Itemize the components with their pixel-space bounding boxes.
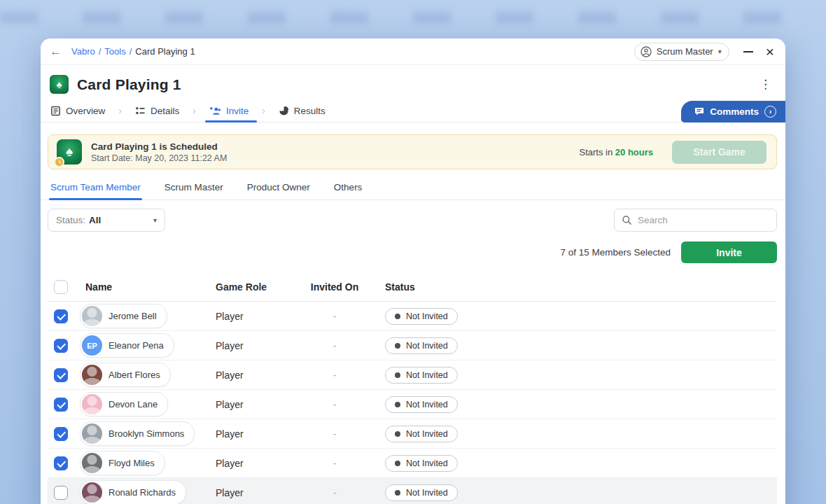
avatar xyxy=(82,365,102,385)
pie-chart-icon xyxy=(279,106,289,116)
member-chip[interactable]: EP Eleanor Pena xyxy=(80,333,174,358)
member-name: Jerome Bell xyxy=(108,311,157,321)
role-tab-product-owner[interactable]: Product Owner xyxy=(247,181,310,200)
start-game-button[interactable]: Start Game xyxy=(672,141,766,164)
status-text: Not Invited xyxy=(406,312,448,321)
tab-details[interactable]: Details xyxy=(135,99,179,122)
tab-results[interactable]: Results xyxy=(279,99,326,122)
member-chip[interactable]: Brooklyn Simmons xyxy=(80,421,195,446)
search-input[interactable] xyxy=(638,215,769,225)
member-chip[interactable]: Jerome Bell xyxy=(80,304,167,328)
minimize-icon[interactable] xyxy=(743,51,753,52)
member-name: Ronald Richards xyxy=(108,487,176,498)
selection-row: 7 of 15 Members Selected Invite xyxy=(48,241,777,263)
row-checkbox[interactable] xyxy=(54,486,68,500)
arrow-circle-icon: › xyxy=(764,106,776,118)
role-tab-others[interactable]: Others xyxy=(334,181,363,200)
comment-icon xyxy=(694,107,704,116)
row-checkbox[interactable] xyxy=(54,456,68,470)
role-tab-scrum-team-member[interactable]: Scrum Team Member xyxy=(50,181,141,200)
search-box xyxy=(614,209,777,232)
invited-on-cell: - xyxy=(300,311,370,322)
banner-title: Card Playing 1 is Scheduled xyxy=(91,141,227,152)
tab-label: Overview xyxy=(66,106,105,116)
breadcrumb-separator: / xyxy=(130,46,132,57)
tab-overview[interactable]: Overview xyxy=(50,99,105,122)
member-name: Floyd Miles xyxy=(108,458,155,468)
member-chip[interactable]: Floyd Miles xyxy=(80,451,165,475)
background-blur xyxy=(0,11,826,24)
tab-label: Details xyxy=(150,106,179,116)
status-filter-dropdown[interactable]: Status: All ▾ xyxy=(48,209,165,232)
close-icon[interactable]: × xyxy=(766,44,774,59)
invited-on-cell: - xyxy=(300,340,370,351)
avatar xyxy=(82,394,102,414)
status-dot-icon xyxy=(395,314,400,319)
row-checkbox[interactable] xyxy=(54,309,68,323)
status-text: Not Invited xyxy=(406,429,448,439)
breadcrumb: Vabro / Tools / Card Playing 1 xyxy=(71,46,195,57)
invited-on-cell: - xyxy=(300,370,370,381)
status-dot-icon xyxy=(395,402,400,407)
table-header-row: Name Game Role Invited On Status xyxy=(48,272,777,302)
table-row: Ronald Richards Player - Not Invited xyxy=(48,478,777,504)
avatar xyxy=(82,424,102,444)
status-dot-icon xyxy=(395,372,400,378)
status-filter-value: All xyxy=(89,215,101,225)
row-checkbox[interactable] xyxy=(54,427,68,441)
person-icon xyxy=(640,46,652,57)
game-role-cell: Player xyxy=(216,428,300,440)
invited-on-cell: - xyxy=(300,428,370,440)
avatar xyxy=(82,306,102,326)
member-name: Brooklyn Simmons xyxy=(108,428,184,439)
banner-subtitle: Start Date: May 20, 2023 11:22 AM xyxy=(91,153,227,163)
header-status: Status xyxy=(370,281,777,293)
comments-label: Comments xyxy=(710,106,759,117)
comments-button[interactable]: Comments › xyxy=(681,101,785,122)
back-icon[interactable]: ← xyxy=(50,46,62,57)
status-badge: Not Invited xyxy=(385,337,458,354)
status-dot-icon xyxy=(395,490,400,496)
status-badge: Not Invited xyxy=(385,396,458,413)
status-badge: Not Invited xyxy=(385,455,458,472)
avatar xyxy=(82,482,102,503)
banner-text: Card Playing 1 is Scheduled Start Date: … xyxy=(91,141,227,163)
select-all-checkbox[interactable] xyxy=(54,280,68,294)
banner-game-icon-wrap: ♠ xyxy=(57,139,82,164)
member-name: Eleanor Pena xyxy=(108,340,164,351)
countdown-text: Starts in 20 hours xyxy=(580,147,653,158)
tab-invite[interactable]: Invite xyxy=(209,99,248,122)
status-badge: Not Invited xyxy=(385,426,458,442)
member-chip[interactable]: Ronald Richards xyxy=(80,480,186,504)
role-tab-scrum-master[interactable]: Scrum Master xyxy=(164,181,223,200)
user-role-dropdown[interactable]: Scrum Master ▾ xyxy=(634,43,729,61)
member-name: Albert Flores xyxy=(108,370,160,380)
game-role-cell: Player xyxy=(216,370,300,381)
game-role-cell: Player xyxy=(216,399,300,410)
row-checkbox[interactable] xyxy=(54,368,68,382)
role-tabs: Scrum Team Member Scrum Master Product O… xyxy=(41,181,785,200)
scheduled-banner: ♠ Card Playing 1 is Scheduled Start Date… xyxy=(48,134,777,169)
avatar xyxy=(82,453,102,473)
row-checkbox[interactable] xyxy=(54,398,68,412)
tab-label: Results xyxy=(294,106,326,116)
card-game-icon: ♠ xyxy=(50,75,69,94)
status-badge: Not Invited xyxy=(385,308,458,325)
avatar: EP xyxy=(82,335,102,356)
member-chip[interactable]: Devon Lane xyxy=(80,392,168,416)
chevron-right-icon: › xyxy=(118,105,122,116)
invite-button[interactable]: Invite xyxy=(681,241,777,263)
row-checkbox[interactable] xyxy=(54,339,68,353)
invited-on-cell: - xyxy=(300,487,370,498)
kebab-menu-icon[interactable]: ⋮ xyxy=(757,77,774,92)
chevron-right-icon: › xyxy=(192,105,196,116)
page-title: Card Playing 1 xyxy=(77,76,181,93)
breadcrumb-link-tools[interactable]: Tools xyxy=(104,46,125,57)
breadcrumb-link-vabro[interactable]: Vabro xyxy=(71,46,95,57)
chevron-down-icon: ▾ xyxy=(153,216,157,224)
member-chip[interactable]: Albert Flores xyxy=(80,363,171,387)
chevron-right-icon: › xyxy=(262,105,265,116)
search-icon xyxy=(622,215,632,225)
status-badge: Not Invited xyxy=(385,484,458,501)
game-role-cell: Player xyxy=(216,458,300,469)
